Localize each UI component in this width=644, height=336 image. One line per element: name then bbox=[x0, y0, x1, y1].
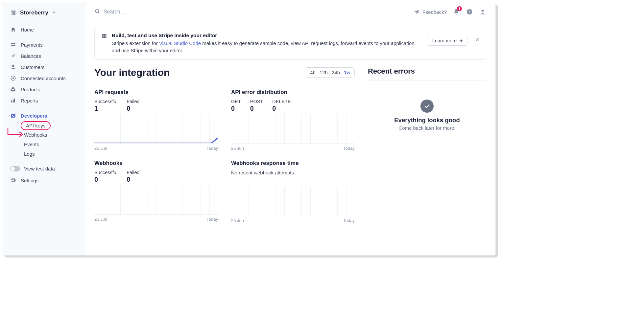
app-window: Storeberry Home Payments Balances bbox=[3, 3, 496, 256]
customers-icon bbox=[10, 64, 16, 70]
home-icon bbox=[10, 27, 16, 33]
svg-rect-6 bbox=[11, 101, 12, 102]
help-button[interactable]: ? bbox=[466, 8, 473, 15]
widget-api-requests: API requests Successful 1 Failed 0 bbox=[94, 89, 218, 151]
sidebar-item-connected[interactable]: Connected accounts bbox=[3, 73, 85, 84]
chevron-down-icon bbox=[52, 10, 56, 16]
sidebar-item-home[interactable]: Home bbox=[3, 24, 85, 35]
sidebar-item-logs[interactable]: Logs bbox=[21, 149, 85, 159]
chart-api-requests bbox=[94, 114, 218, 144]
time-range-toggle[interactable]: 4h 12h 24h 1w bbox=[306, 67, 355, 78]
profile-button[interactable] bbox=[479, 8, 486, 15]
svg-rect-9 bbox=[11, 114, 15, 118]
sidebar-item-reports[interactable]: Reports bbox=[3, 95, 85, 106]
widget-webhooks: Webhooks Successful0 Failed0 25 Jun Toda… bbox=[94, 160, 218, 223]
sidebar-item-payments[interactable]: Payments bbox=[3, 39, 85, 50]
store-icon bbox=[10, 10, 17, 16]
toggle-label: View test data bbox=[24, 166, 55, 171]
svg-point-10 bbox=[95, 9, 99, 13]
developers-subnav: API keys Webhooks Events Logs bbox=[3, 121, 85, 159]
sidebar-item-api-keys[interactable]: API keys bbox=[21, 121, 51, 130]
balances-icon bbox=[10, 53, 16, 59]
sidebar-item-customers[interactable]: Customers bbox=[3, 61, 85, 73]
sidebar-item-label: Balances bbox=[21, 53, 41, 59]
metric-label: Successful bbox=[94, 99, 117, 104]
widget-webhook-response: Webhooks response time No recent webhook… bbox=[231, 160, 355, 223]
topbar-right: Feedback? 1 ? bbox=[414, 8, 486, 15]
svg-point-3 bbox=[12, 65, 14, 67]
sidebar-item-label: Connected accounts bbox=[21, 76, 66, 81]
metric-value: 0 bbox=[127, 105, 140, 112]
sidebar-item-label: API keys bbox=[26, 123, 45, 128]
banner-text: Stripe's extension for Visual Studio Cod… bbox=[112, 40, 421, 54]
search-icon bbox=[94, 8, 100, 15]
metric-label: Failed bbox=[127, 99, 140, 104]
connected-icon bbox=[10, 75, 16, 81]
code-icon bbox=[101, 33, 107, 40]
search[interactable] bbox=[94, 8, 414, 15]
check-circle-icon bbox=[420, 100, 434, 113]
search-input[interactable] bbox=[104, 9, 235, 15]
svg-point-13 bbox=[482, 10, 484, 12]
learn-more-button[interactable]: Learn more bbox=[428, 36, 467, 46]
sidebar-item-settings[interactable]: Settings bbox=[3, 175, 85, 186]
chart-webhook-response bbox=[231, 187, 355, 216]
account-name: Storeberry bbox=[20, 10, 48, 16]
time-range-4h[interactable]: 4h bbox=[310, 70, 316, 75]
chart-webhooks bbox=[94, 185, 218, 215]
sidebar-item-label: Logs bbox=[24, 151, 35, 157]
chart-api-errors bbox=[231, 114, 355, 144]
content: Build, test and use Stripe inside your e… bbox=[85, 21, 495, 229]
sidebar-item-label: Payments bbox=[21, 42, 43, 48]
sidebar-item-label: Home bbox=[21, 27, 34, 33]
errors-ok-state: Everything looks good Come back later fo… bbox=[368, 86, 486, 131]
axis-start: 25 Jun bbox=[94, 146, 107, 151]
reports-icon bbox=[10, 98, 16, 103]
svg-rect-8 bbox=[14, 99, 15, 102]
sidebar-item-products[interactable]: Products bbox=[3, 84, 85, 95]
feedback-button[interactable]: Feedback? bbox=[414, 9, 447, 15]
topbar: Feedback? 1 ? bbox=[85, 3, 495, 21]
payments-icon bbox=[10, 42, 16, 48]
toggle-switch[interactable] bbox=[10, 166, 20, 171]
svg-text:?: ? bbox=[468, 10, 470, 14]
axis-end: Today bbox=[206, 146, 218, 151]
sidebar-item-label: Events bbox=[24, 142, 39, 147]
widget-title: Webhooks bbox=[94, 160, 218, 167]
sidebar-item-label: Customers bbox=[21, 64, 45, 70]
page-title: Your integration bbox=[94, 67, 170, 78]
widget-title: Webhooks response time bbox=[231, 160, 355, 167]
widget-title: API requests bbox=[94, 89, 218, 96]
sidebar-item-label: Webhooks bbox=[24, 132, 47, 138]
sidebar-item-webhooks[interactable]: Webhooks bbox=[21, 130, 85, 140]
sidebar-item-label: Reports bbox=[21, 98, 38, 103]
recent-errors-panel: Recent errors Everything looks good Come… bbox=[368, 67, 486, 223]
sidebar-item-label: Settings bbox=[21, 178, 38, 183]
account-switcher[interactable]: Storeberry bbox=[3, 3, 85, 23]
sidebar-item-balances[interactable]: Balances bbox=[3, 50, 85, 61]
widget-api-errors: API error distribution GET0 POST0 DELETE… bbox=[231, 89, 355, 151]
svg-rect-0 bbox=[12, 13, 13, 14]
megaphone-icon bbox=[414, 9, 420, 15]
ok-title: Everything looks good bbox=[368, 117, 486, 124]
feedback-label: Feedback? bbox=[422, 9, 447, 15]
sidebar-item-label: Products bbox=[21, 87, 40, 92]
integration-panel: Your integration 4h 12h 24h 1w API reque… bbox=[94, 67, 355, 223]
ok-sub: Come back later for more! bbox=[368, 125, 486, 131]
widget-title: API error distribution bbox=[231, 89, 355, 96]
banner-link[interactable]: Visual Studio Code bbox=[159, 40, 201, 46]
sidebar: Storeberry Home Payments Balances bbox=[3, 3, 85, 255]
svg-rect-2 bbox=[11, 44, 15, 45]
notifications-button[interactable]: 1 bbox=[453, 8, 460, 15]
sidebar-item-developers[interactable]: Developers bbox=[3, 110, 85, 121]
time-range-12h[interactable]: 12h bbox=[320, 70, 328, 75]
gear-icon bbox=[10, 177, 16, 183]
time-range-1w[interactable]: 1w bbox=[344, 70, 350, 75]
promo-banner: Build, test and use Stripe inside your e… bbox=[94, 27, 486, 60]
sidebar-item-events[interactable]: Events bbox=[21, 140, 85, 149]
close-icon[interactable] bbox=[475, 37, 480, 42]
products-icon bbox=[10, 86, 16, 92]
time-range-24h[interactable]: 24h bbox=[332, 70, 340, 75]
test-data-toggle-row[interactable]: View test data bbox=[3, 163, 85, 175]
sidebar-item-label: Developers bbox=[21, 113, 47, 119]
